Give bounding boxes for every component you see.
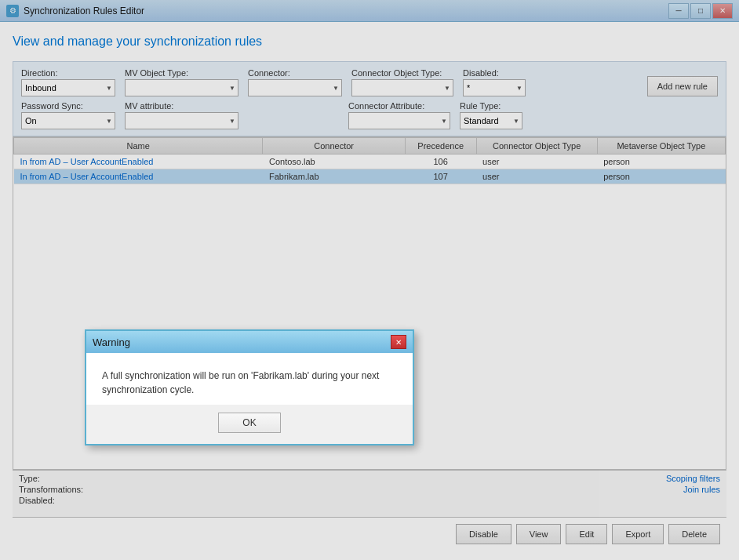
close-button[interactable]: ✕ — [712, 3, 733, 19]
view-button[interactable]: View — [516, 524, 562, 544]
dialog-ok-button[interactable]: OK — [218, 413, 280, 433]
mv-object-type-group: MV Object Type: — [125, 68, 238, 96]
connector-attribute-select-wrapper[interactable] — [348, 112, 450, 129]
table-header: Name Connector Precedence Connector Obje… — [14, 138, 726, 155]
row-connector-object-type: user — [476, 169, 597, 184]
disabled-group: Disabled: * — [463, 68, 526, 96]
window-controls: ─ □ ✕ — [668, 3, 733, 19]
col-metaverse-object-type: Metaverse Object Type — [597, 138, 725, 155]
action-bar: Disable View Edit Export Delete — [13, 517, 726, 547]
direction-select-wrapper[interactable]: Inbound — [21, 79, 115, 96]
disable-button[interactable]: Disable — [456, 524, 511, 544]
table-body: In from AD – User AccountEnabled Contoso… — [14, 155, 726, 184]
row-name: In from AD – User AccountEnabled — [14, 155, 263, 169]
rule-type-select[interactable]: Standard — [460, 112, 522, 129]
filter-row-1: Direction: Inbound MV Object Type: Conne… — [21, 68, 718, 96]
scoping-filters-link[interactable]: Scoping filters — [666, 474, 720, 483]
bottom-left: Type: Transformations: Disabled: — [19, 474, 83, 505]
app-icon: ⚙ — [6, 5, 19, 17]
title-bar-left: ⚙ Synchronization Rules Editor — [6, 5, 144, 17]
col-name: Name — [14, 138, 263, 155]
disabled-info-label: Disabled: — [19, 496, 55, 505]
row-metaverse-object-type: person — [597, 169, 725, 184]
table-header-row: Name Connector Precedence Connector Obje… — [14, 138, 726, 155]
dialog-body: A full synchronization will be run on 'F… — [86, 353, 413, 405]
password-sync-group: Password Sync: On — [21, 101, 115, 129]
connector-object-type-select[interactable] — [351, 79, 453, 96]
type-label: Type: — [19, 474, 40, 483]
type-info: Type: — [19, 474, 83, 483]
row-precedence: 106 — [405, 155, 476, 169]
password-sync-select-wrapper[interactable]: On — [21, 112, 115, 129]
rules-table: Name Connector Precedence Connector Obje… — [13, 137, 726, 184]
connector-object-type-group: Connector Object Type: — [351, 68, 453, 96]
disabled-info: Disabled: — [19, 496, 83, 505]
page-title: View and manage your synchronization rul… — [13, 35, 726, 49]
connector-group: Connector: — [248, 68, 342, 96]
connector-attribute-group: Connector Attribute: — [348, 101, 450, 129]
rule-type-select-wrapper[interactable]: Standard — [460, 112, 522, 129]
connector-object-type-select-wrapper[interactable] — [351, 79, 453, 96]
row-name: In from AD – User AccountEnabled — [14, 169, 263, 184]
export-button[interactable]: Export — [612, 524, 664, 544]
mv-attribute-select[interactable] — [125, 112, 238, 129]
row-connector: Fabrikam.lab — [263, 169, 405, 184]
col-connector-object-type: Connector Object Type — [476, 138, 597, 155]
mv-object-type-select-wrapper[interactable] — [125, 79, 238, 96]
row-precedence: 107 — [405, 169, 476, 184]
dialog-close-button[interactable]: ✕ — [391, 335, 406, 349]
row-connector-object-type: user — [476, 155, 597, 169]
minimize-button[interactable]: ─ — [668, 3, 689, 19]
col-precedence: Precedence — [405, 138, 476, 155]
connector-select-wrapper[interactable] — [248, 79, 342, 96]
join-rules-link[interactable]: Join rules — [683, 485, 720, 494]
disabled-select[interactable]: * — [463, 79, 526, 96]
connector-select[interactable] — [248, 79, 342, 96]
mv-attribute-select-wrapper[interactable] — [125, 112, 238, 129]
filter-bar: Direction: Inbound MV Object Type: Conne… — [13, 61, 726, 136]
delete-button[interactable]: Delete — [668, 524, 720, 544]
bottom-right: Scoping filters Join rules — [666, 474, 720, 494]
mv-attribute-label: MV attribute: — [125, 101, 238, 111]
dialog-title-bar: Warning ✕ — [86, 331, 413, 353]
dialog-message: A full synchronization will be run on 'F… — [102, 369, 397, 397]
warning-dialog: Warning ✕ A full synchronization will be… — [85, 329, 414, 445]
maximize-button[interactable]: □ — [690, 3, 711, 19]
add-rule-button[interactable]: Add new rule — [647, 76, 718, 96]
main-container: View and manage your synchronization rul… — [0, 22, 739, 560]
filter-row-2: Password Sync: On MV attribute: Connecto… — [21, 101, 718, 129]
mv-object-type-select[interactable] — [125, 79, 238, 96]
connector-object-type-label: Connector Object Type: — [351, 68, 453, 78]
disabled-select-wrapper[interactable]: * — [463, 79, 526, 96]
row-connector: Contoso.lab — [263, 155, 405, 169]
connector-label: Connector: — [248, 68, 342, 78]
row-metaverse-object-type: person — [597, 155, 725, 169]
rule-type-group: Rule Type: Standard — [460, 101, 522, 129]
dialog-title: Warning — [93, 336, 130, 348]
window-title: Synchronization Rules Editor — [24, 5, 144, 16]
title-bar: ⚙ Synchronization Rules Editor ─ □ ✕ — [0, 0, 739, 22]
dialog-footer: OK — [86, 405, 413, 444]
disabled-label: Disabled: — [463, 68, 526, 78]
direction-label: Direction: — [21, 68, 115, 78]
table-row[interactable]: In from AD – User AccountEnabled Fabrika… — [14, 169, 726, 184]
direction-group: Direction: Inbound — [21, 68, 115, 96]
rule-type-label: Rule Type: — [460, 101, 522, 111]
bottom-info: Type: Transformations: Disabled: Scoping… — [13, 470, 726, 517]
direction-select[interactable]: Inbound — [21, 79, 115, 96]
edit-button[interactable]: Edit — [566, 524, 607, 544]
transformations-label: Transformations: — [19, 485, 83, 494]
password-sync-label: Password Sync: — [21, 101, 115, 111]
connector-attribute-select[interactable] — [348, 112, 450, 129]
mv-object-type-label: MV Object Type: — [125, 68, 238, 78]
col-connector: Connector — [263, 138, 405, 155]
connector-attribute-label: Connector Attribute: — [348, 101, 450, 111]
transformations-info: Transformations: — [19, 485, 83, 494]
mv-attribute-group: MV attribute: — [125, 101, 238, 129]
password-sync-select[interactable]: On — [21, 112, 115, 129]
table-row[interactable]: In from AD – User AccountEnabled Contoso… — [14, 155, 726, 169]
